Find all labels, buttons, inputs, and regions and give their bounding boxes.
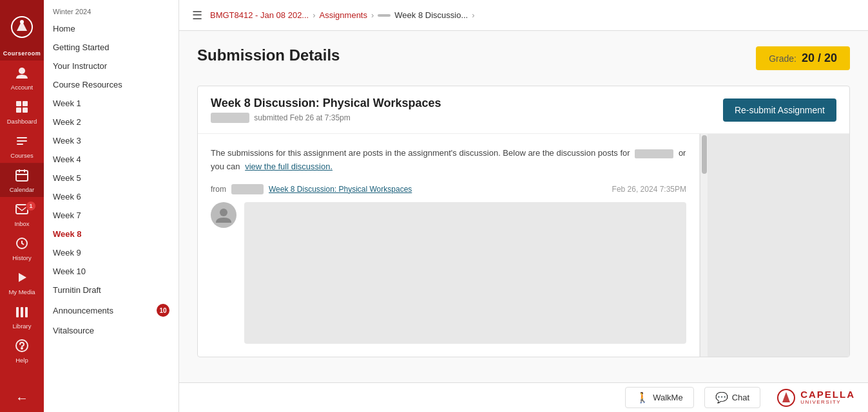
announcements-badge: 10 (157, 304, 169, 317)
sidebar-item-help-label: Help (15, 357, 28, 364)
topbar: ☰ BMGT8412 - Jan 08 202... › Assignments… (179, 0, 868, 31)
sidebar-item-history-label: History (12, 254, 32, 261)
sidebar-item-help[interactable]: Help (0, 333, 44, 368)
nav-home[interactable]: Home (44, 19, 178, 38)
calendar-icon (15, 168, 29, 184)
nav-week-8[interactable]: Week 8 (44, 225, 178, 243)
season-label: Winter 2024 (44, 0, 178, 19)
breadcrumb-current (378, 14, 391, 17)
grade-badge: Grade: 20 / 20 (756, 46, 850, 70)
nav-turnitin-draft[interactable]: Turnitin Draft (44, 281, 178, 299)
post-timestamp: Feb 26, 2024 7:35PM (612, 185, 686, 194)
svg-rect-12 (24, 169, 25, 173)
sidebar-item-calendar[interactable]: Calendar (0, 163, 44, 197)
sidebar-item-courses[interactable]: Courses (0, 129, 44, 163)
nav-week-9[interactable]: Week 9 (44, 243, 178, 262)
svg-rect-10 (16, 171, 28, 181)
sidebar-item-library[interactable]: Library (0, 299, 44, 333)
collapse-icon: ← (15, 391, 28, 406)
nav-week-5[interactable]: Week 5 (44, 169, 178, 187)
main-content: ☰ BMGT8412 - Jan 08 202... › Assignments… (179, 0, 868, 412)
breadcrumb-sep-2: › (371, 10, 374, 20)
capella-subtitle: UNIVERSITY (800, 400, 855, 406)
submission-sidebar-panel (708, 134, 849, 357)
grade-label: Grade: (769, 53, 796, 64)
sidebar-item-inbox[interactable]: 1 Inbox (0, 197, 44, 231)
nav-week-10[interactable]: Week 10 (44, 262, 178, 281)
sidebar-item-my-media[interactable]: My Media (0, 265, 44, 299)
sidebar-item-dashboard[interactable]: Dashboard (0, 95, 44, 129)
post-area (211, 202, 686, 344)
sidebar-item-account[interactable]: Account (0, 61, 44, 95)
nav-course-resources[interactable]: Course Resources (44, 75, 178, 94)
page-header: Submission Details Grade: 20 / 20 (197, 46, 850, 70)
sidebar-item-library-label: Library (12, 323, 31, 330)
hamburger-menu[interactable]: ☰ (192, 8, 202, 23)
assignment-header: Week 8 Discussion: Physical Workspaces s… (198, 86, 849, 134)
svg-rect-13 (16, 174, 28, 175)
courseroom-logo[interactable]: Courseroom (0, 0, 44, 61)
nav-vitalsource[interactable]: Vitalsource (44, 321, 178, 340)
svg-rect-11 (19, 169, 20, 173)
capella-text: CAPELLA UNIVERSITY (800, 389, 855, 406)
svg-rect-4 (23, 101, 28, 106)
svg-point-1 (20, 20, 24, 24)
discussion-link[interactable]: Week 8 Discussion: Physical Workspaces (269, 185, 412, 194)
capella-name: CAPELLA (800, 389, 855, 400)
dashboard-icon (15, 100, 29, 116)
walkme-icon: 🚶 (636, 391, 649, 404)
svg-marker-16 (19, 273, 26, 282)
scroll-thumb (702, 135, 707, 174)
sidebar-item-calendar-label: Calendar (10, 186, 35, 193)
nav-week-1[interactable]: Week 1 (44, 94, 178, 113)
sidebar-item-courses-label: Courses (10, 152, 33, 159)
breadcrumb-course[interactable]: BMGT8412 - Jan 08 202... (210, 10, 309, 20)
user-pill-inline (635, 149, 673, 158)
svg-point-21 (21, 348, 23, 349)
breadcrumb-sep-1: › (313, 10, 315, 20)
capella-logo-icon (777, 389, 795, 407)
left-sidebar: Courseroom Account Dashboa (0, 0, 44, 412)
sidebar-item-account-label: Account (11, 84, 33, 91)
nav-announcements[interactable]: Announcements 10 (44, 299, 178, 321)
nav-week-6[interactable]: Week 6 (44, 187, 178, 206)
library-icon (15, 304, 29, 321)
breadcrumb-assignments[interactable]: Assignments (320, 10, 367, 20)
help-icon (15, 339, 29, 355)
chat-button[interactable]: 💬 Chat (704, 387, 760, 408)
avatar (211, 202, 236, 228)
history-icon (15, 236, 29, 252)
user-pill (211, 113, 249, 123)
chat-label: Chat (732, 393, 749, 402)
courseroom-label: Courseroom (3, 50, 41, 57)
svg-rect-6 (23, 108, 28, 113)
chat-icon: 💬 (715, 391, 728, 404)
submission-text: The submissions for this assignment are … (211, 147, 686, 174)
nav-your-instructor[interactable]: Your Instructor (44, 57, 178, 75)
from-user-pill (231, 184, 264, 194)
svg-rect-7 (17, 137, 27, 138)
sidebar-collapse-button[interactable]: ← (0, 384, 44, 412)
svg-point-22 (220, 209, 227, 216)
submission-from: from Week 8 Discussion: Physical Workspa… (211, 184, 686, 194)
submitted-text: submitted Feb 26 at 7:35pm (254, 113, 350, 122)
resubmit-assignment-button[interactable]: Re-submit Assignment (723, 98, 836, 122)
sidebar-item-history[interactable]: History (0, 231, 44, 265)
submission-body: The submissions for this assignment are … (198, 134, 849, 357)
courses-icon (15, 134, 29, 150)
nav-week-3[interactable]: Week 3 (44, 131, 178, 150)
nav-week-4[interactable]: Week 4 (44, 150, 178, 169)
page-area: Submission Details Grade: 20 / 20 Week 8… (179, 31, 868, 382)
svg-marker-24 (782, 392, 790, 402)
nav-week-2[interactable]: Week 2 (44, 113, 178, 131)
svg-rect-5 (16, 108, 21, 113)
nav-getting-started[interactable]: Getting Started (44, 38, 178, 57)
nav-week-7[interactable]: Week 7 (44, 206, 178, 225)
assignment-info: Week 8 Discussion: Physical Workspaces s… (211, 97, 441, 123)
capella-logo: CAPELLA UNIVERSITY (777, 389, 855, 407)
svg-rect-8 (17, 140, 27, 142)
walkme-button[interactable]: 🚶 WalkMe (625, 387, 693, 408)
svg-rect-17 (16, 307, 19, 317)
submission-scrollbar[interactable] (700, 134, 708, 357)
view-full-discussion-link[interactable]: view the full discussion. (245, 162, 333, 171)
